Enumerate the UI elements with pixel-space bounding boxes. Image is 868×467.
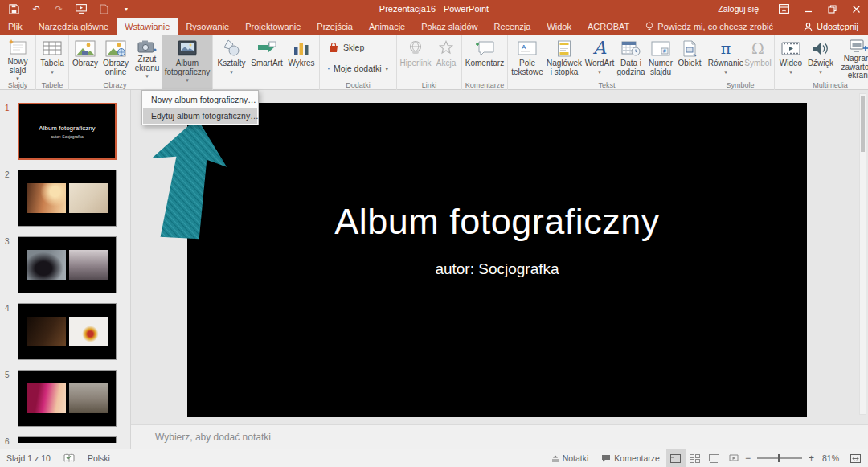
new-document-icon[interactable] (98, 3, 109, 14)
store-button[interactable]: Sklep (321, 40, 395, 55)
menu-item-edit-album[interactable]: Edytuj album fotograficzny… (143, 108, 257, 124)
scrollbar-thumb[interactable] (861, 96, 865, 152)
zoom-slider-thumb[interactable] (778, 454, 780, 462)
equation-button[interactable]: π Równanie ▾ (708, 35, 743, 79)
language-indicator[interactable]: Polski (81, 449, 117, 467)
tell-me-box[interactable]: Powiedz mi, co chcesz zrobić (637, 18, 781, 35)
date-time-button[interactable]: Data i godzina (616, 35, 646, 79)
slide-2-thumbnail[interactable] (18, 170, 117, 227)
reading-view-button[interactable] (705, 449, 724, 467)
comments-toggle[interactable]: Komentarze (595, 449, 666, 467)
redo-icon[interactable]: ↷ (53, 3, 64, 14)
thumbnail-row-3[interactable]: 3 (5, 236, 130, 293)
zoom-out-button[interactable]: − (743, 453, 752, 464)
slide-3-thumbnail[interactable] (18, 236, 117, 293)
smartart-button[interactable]: SmartArt (248, 35, 285, 79)
normal-view-button[interactable] (666, 449, 686, 467)
hyperlink-button[interactable]: Hiperlink (399, 35, 432, 79)
table-button[interactable]: Tabela ▾ (38, 35, 67, 79)
customize-qat-caret-icon[interactable]: ▾ (121, 3, 132, 14)
chart-button[interactable]: Wykres (285, 35, 317, 79)
slideshow-view-button[interactable] (724, 449, 743, 467)
notes-toggle[interactable]: Notatki (545, 449, 596, 467)
svg-text:A: A (522, 43, 526, 51)
tab-review[interactable]: Recenzja (486, 18, 539, 35)
tab-acrobat[interactable]: ACROBAT (579, 18, 637, 35)
slide-1-thumbnail[interactable]: Album fotograficzny autor: Socjografka (18, 103, 117, 160)
share-button[interactable]: Udostępnij (794, 18, 868, 35)
images-button[interactable]: Obrazy (71, 35, 100, 79)
new-slide-button[interactable]: Nowy slajd ▾ (2, 35, 34, 79)
tab-draw[interactable]: Rysowanie (178, 18, 237, 35)
start-slideshow-icon[interactable] (76, 3, 87, 14)
video-button[interactable]: Wideo ▾ (776, 35, 805, 79)
wordart-button[interactable]: A WordArt ▾ (583, 35, 616, 79)
calendar-clock-icon (621, 39, 641, 58)
slide-sorter-view-button[interactable] (686, 449, 705, 467)
tab-insert[interactable]: Wstawianie (117, 18, 178, 35)
slide-number-button[interactable]: # Numer slajdu (646, 35, 675, 79)
thumbnail-row-2[interactable]: 2 (5, 170, 130, 227)
tab-file[interactable]: Plik (0, 18, 31, 35)
powerpoint-window: ↶ ↷ ▾ Prezentacja16 - PowerPoint Zaloguj… (0, 0, 868, 467)
shapes-button[interactable]: Kształty ▾ (215, 35, 248, 79)
tab-view[interactable]: Widok (538, 18, 579, 35)
close-button[interactable] (844, 0, 868, 18)
wordart-label: WordArt (585, 59, 615, 68)
my-addins-button[interactable]: Moje dodatki ▾ (321, 61, 395, 76)
slide-subtitle[interactable]: autor: Socjografka (435, 260, 559, 278)
thumb-photo (69, 317, 108, 346)
thumb-photo (69, 250, 108, 280)
restore-button[interactable] (820, 0, 844, 18)
object-button[interactable]: Obiekt (675, 35, 704, 79)
thumb-photo (27, 250, 66, 280)
photo-album-button[interactable]: Album fotograficzny ▾ (162, 35, 212, 89)
thumbnail-row-4[interactable]: 4 (5, 303, 130, 360)
slide-thumbnail-panel[interactable]: 1 Album fotograficzny autor: Socjografka… (0, 90, 131, 449)
slide-counter[interactable]: Slajd 1 z 10 (0, 449, 57, 467)
online-images-button[interactable]: Obrazy online (100, 35, 132, 79)
symbol-button[interactable]: Ω Symbol (743, 35, 772, 79)
save-icon[interactable] (8, 3, 19, 14)
undo-icon[interactable]: ↶ (31, 3, 42, 14)
screen-recording-button[interactable]: Nagranie zawartości ekranu (836, 35, 868, 79)
new-slide-icon (8, 39, 27, 56)
comment-button[interactable]: Komentarz (464, 35, 506, 79)
sign-in-link[interactable]: Zaloguj się (705, 4, 772, 14)
slide-4-thumbnail[interactable] (18, 303, 117, 360)
slide-title[interactable]: Album fotograficzny (334, 201, 660, 243)
picture-icon (75, 39, 96, 58)
tab-transitions[interactable]: Przejścia (309, 18, 361, 35)
slide-5-thumbnail[interactable] (18, 370, 117, 427)
thumbnail-row-6[interactable]: 6 (5, 436, 130, 446)
menu-item-new-album[interactable]: Nowy album fotograficzny… (143, 92, 257, 108)
tab-design[interactable]: Projektowanie (237, 18, 309, 35)
slide-6-thumbnail[interactable] (18, 436, 117, 443)
tab-slideshow[interactable]: Pokaz slajdów (413, 18, 485, 35)
thumbnail-row-5[interactable]: 5 (5, 370, 130, 427)
text-box-button[interactable]: A Pole tekstowe (510, 35, 545, 79)
minimize-button[interactable] (796, 0, 820, 18)
slide-canvas[interactable]: Album fotograficzny autor: Socjografka (187, 103, 807, 417)
dropdown-caret-icon: ▾ (51, 69, 54, 75)
title-bar: ↶ ↷ ▾ Prezentacja16 - PowerPoint Zaloguj… (0, 0, 868, 18)
spellcheck-icon[interactable] (57, 449, 81, 467)
table-label: Tabela (40, 59, 63, 68)
notes-pane[interactable]: Wybierz, aby dodać notatki (131, 424, 868, 449)
tab-home[interactable]: Narzędzia główne (31, 18, 117, 35)
fit-slide-to-window-button[interactable] (845, 449, 865, 467)
ribbon-display-options-icon[interactable] (772, 0, 796, 18)
zoom-in-button[interactable]: + (807, 453, 816, 464)
zoom-slider[interactable] (757, 457, 802, 459)
screenshot-button[interactable]: Zrzut ekranu ▾ (132, 35, 162, 79)
zoom-level[interactable]: 81% (816, 449, 845, 467)
dropdown-caret-icon: ▾ (598, 69, 601, 75)
audio-button[interactable]: Dźwięk ▾ (805, 35, 836, 79)
header-footer-button[interactable]: Nagłówek i stopka (545, 35, 583, 79)
tab-animations[interactable]: Animacje (361, 18, 413, 35)
thumbnail-row-1[interactable]: 1 Album fotograficzny autor: Socjografka (5, 103, 130, 160)
slide-number: 5 (5, 370, 18, 427)
action-button[interactable]: Akcja (432, 35, 460, 79)
speaker-icon (812, 39, 829, 58)
vertical-scrollbar[interactable] (859, 93, 866, 415)
